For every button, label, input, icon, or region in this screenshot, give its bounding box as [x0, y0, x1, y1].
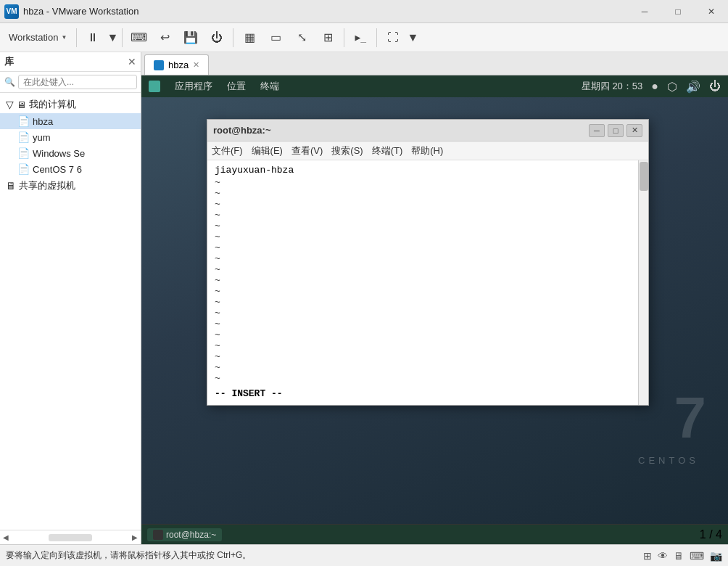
vm-menu: 应用程序 位置 终端 星期四 20：53 ● ⬡ 🔊 ⏻ [141, 75, 728, 97]
tab-close-button[interactable]: ✕ [193, 60, 199, 70]
terminal-insert-indicator: -- INSERT -- [215, 388, 641, 399]
scroll-left-button[interactable]: ◀ [3, 533, 9, 541]
fullscreen-dropdown-button[interactable]: ▼ [407, 26, 418, 49]
terminal-body[interactable]: jiayuxuan-hbza ~ ~ ~ ~ ~ ~ ~ ~ ~ ~ ~ ~ ~… [207, 160, 648, 405]
tree-item-hbza[interactable]: 📄 hbza [0, 113, 141, 129]
sidebar-close-button[interactable]: ✕ [128, 56, 136, 67]
minimize-button[interactable]: ─ [628, 0, 661, 23]
vm-record-icon[interactable]: ● [651, 80, 658, 93]
vm-menu-location[interactable]: 位置 [227, 80, 246, 93]
shutdown-button[interactable]: ⏻ [204, 26, 229, 49]
tree-item-centos[interactable]: 📄 CentOS 7 6 [0, 161, 141, 177]
workstation-menu[interactable]: Workstation ▼ [3, 26, 73, 49]
suspend-button[interactable]: 💾 [178, 26, 203, 49]
terminal-menu-view[interactable]: 查看(V) [291, 144, 323, 157]
scroll-right-button[interactable]: ▶ [132, 533, 138, 541]
terminal-tilde-17: ~ [215, 351, 220, 362]
taskbar-terminal-item[interactable]: root@hbza:~ [147, 528, 222, 541]
terminal-tilde-16: ~ [215, 340, 220, 351]
centos-version-number: 7 [674, 385, 707, 451]
terminal-menu-terminal[interactable]: 终端(T) [372, 144, 403, 157]
status-view-icon[interactable]: 👁 [658, 550, 668, 562]
tab-vm-icon [154, 60, 164, 70]
sidebar-scroll-bottom: ◀ ▶ [0, 530, 141, 544]
autofit-button[interactable]: ⤡ [289, 26, 314, 49]
search-icon: 🔍 [4, 77, 15, 87]
terminal-menu-help[interactable]: 帮助(H) [411, 144, 443, 157]
tab-bar: hbza ✕ [141, 52, 728, 75]
search-input[interactable] [18, 75, 137, 89]
terminal-maximize-button[interactable]: □ [608, 124, 624, 137]
vm-network-icon[interactable]: ⬡ [667, 80, 677, 94]
vm-menu-terminal[interactable]: 终端 [260, 80, 279, 93]
vm-desktop[interactable]: 7 CENTOS root@hbza:~ ─ □ ✕ 文件(F) 编辑(E) 查… [141, 97, 728, 524]
sidebar: 库 ✕ 🔍 ▼ ▽ 🖥 我的计算机 📄 hbza 📄 yum 📄 [0, 52, 141, 544]
terminal-title: root@hbza:~ [213, 125, 270, 136]
tree-label-centos: CentOS 7 6 [33, 164, 82, 175]
vm-icon-yum: 📄 [17, 131, 30, 143]
vm-taskbar: root@hbza:~ 1 / 4 [141, 524, 728, 544]
terminal-tilde-4: ~ [215, 210, 220, 221]
status-display-icon[interactable]: ⊞ [643, 550, 652, 562]
expand-icon: ▽ [6, 99, 14, 110]
workstation-dropdown-arrow: ▼ [61, 34, 67, 41]
terminal-menu-search[interactable]: 搜索(S) [331, 144, 363, 157]
status-keyboard-icon[interactable]: ⌨ [690, 550, 704, 562]
toolbar-separator-3 [233, 28, 233, 47]
vm-tab-hbza[interactable]: hbza ✕ [144, 54, 209, 75]
status-network-icon[interactable]: 🖥 [674, 550, 684, 562]
scrollbar-thumb[interactable] [640, 162, 648, 191]
terminal-tilde-2: ~ [215, 188, 220, 199]
send-ctrl-alt-button[interactable]: ⌨ [126, 26, 151, 49]
terminal-close-button[interactable]: ✕ [626, 124, 642, 137]
terminal-tilde-14: ~ [215, 319, 220, 329]
single-window-button[interactable]: ▭ [263, 26, 288, 49]
terminal-menu: 文件(F) 编辑(E) 查看(V) 搜索(S) 终端(T) 帮助(H) [207, 142, 648, 160]
status-camera-icon[interactable]: 📷 [710, 550, 722, 562]
tree-item-my-computer[interactable]: ▽ 🖥 我的计算机 [0, 96, 141, 113]
unity-button[interactable]: ⊞ [315, 26, 340, 49]
sidebar-header: 库 ✕ [0, 52, 141, 72]
terminal-menu-file[interactable]: 文件(F) [212, 144, 243, 157]
tree-item-shared[interactable]: 🖥 共享的虚拟机 [0, 177, 141, 194]
vm-power-icon[interactable]: ⏻ [709, 80, 721, 93]
close-button[interactable]: ✕ [695, 0, 728, 23]
revert-button[interactable]: ↩ [152, 26, 177, 49]
terminal-tilde-18: ~ [215, 362, 220, 373]
tree-item-yum[interactable]: 📄 yum [0, 129, 141, 145]
page-indicator: 1 / 4 [700, 528, 722, 541]
vm-icon-centos: 📄 [17, 163, 30, 175]
terminal-minimize-button[interactable]: ─ [589, 124, 605, 137]
vm-app-icon [149, 81, 160, 92]
sidebar-title: 库 [4, 55, 14, 68]
search-bar: 🔍 ▼ [0, 72, 141, 93]
fullscreen-button[interactable]: ⛶ [381, 26, 405, 49]
pause-button[interactable]: ⏸ [80, 26, 105, 49]
terminal-titlebar: root@hbza:~ ─ □ ✕ [207, 120, 648, 142]
app-icon: VM [4, 4, 19, 19]
vm-audio-icon[interactable]: 🔊 [686, 80, 700, 94]
pause-dropdown-button[interactable]: ▼ [107, 26, 118, 49]
terminal-menu-edit[interactable]: 编辑(E) [252, 144, 283, 157]
workstation-label: Workstation [9, 32, 58, 43]
tree-label-windows: Windows Se [33, 148, 85, 159]
sidebar-tree: ▽ 🖥 我的计算机 📄 hbza 📄 yum 📄 Windows Se 📄 Ce… [0, 93, 141, 530]
vm-menu-apps[interactable]: 应用程序 [175, 80, 212, 93]
vm-menu-right: 星期四 20：53 ● ⬡ 🔊 ⏻ [582, 80, 721, 94]
vm-icon-hbza: 📄 [17, 115, 30, 127]
terminal-tilde-11: ~ [215, 286, 220, 297]
toolbar-separator-2 [122, 28, 123, 47]
tree-label-yum: yum [33, 132, 51, 143]
terminal-scrollbar[interactable] [638, 160, 648, 405]
maximize-button[interactable]: □ [661, 0, 695, 23]
tree-item-windows[interactable]: 📄 Windows Se [0, 145, 141, 161]
open-terminal-button[interactable]: ▶_ [348, 26, 373, 49]
fit-guest-button[interactable]: ▦ [237, 26, 262, 49]
status-text: 要将输入定向到该虚拟机，请将鼠标指针移入其中或按 Ctrl+G。 [6, 549, 636, 562]
terminal-tilde-15: ~ [215, 329, 220, 340]
toolbar-separator-5 [376, 28, 377, 47]
toolbar-separator-4 [344, 28, 344, 47]
toolbar-separator-1 [76, 28, 77, 47]
shared-icon: 🖥 [6, 180, 16, 192]
taskbar-terminal-label: root@hbza:~ [166, 530, 216, 540]
